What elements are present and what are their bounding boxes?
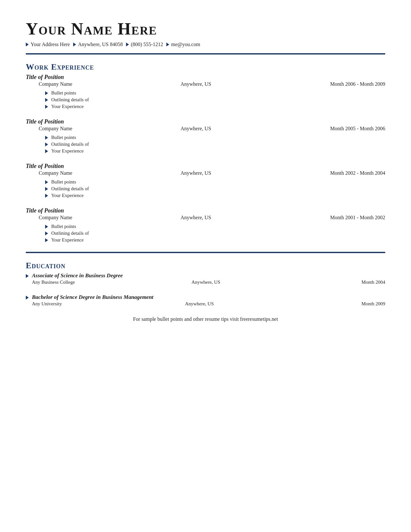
job-entry-2: Title of Position Company Name Anywhere,…: [26, 118, 385, 154]
job-dates-2: Month 2005 - Month 2006: [295, 126, 385, 132]
phone: (800) 555-1212: [131, 42, 163, 47]
job-details-row-4: Company Name Anywhere, US Month 2001 - M…: [26, 215, 385, 221]
bullet-arrow-icon: [45, 194, 48, 198]
bullet-item: Your Experience: [45, 148, 385, 154]
bullet-item: Outlining details of: [45, 142, 385, 147]
job-location-2: Anywhere, US: [97, 126, 295, 132]
job-bullets-1: Bullet points Outlining details of Your …: [26, 90, 385, 109]
bullet-arrow-icon: [45, 232, 48, 235]
city-state: Anywhere, US 84058: [78, 42, 123, 47]
edu-degree-1: Associate of Science in Business Degree: [32, 272, 123, 279]
bullet-arrow-icon: [45, 149, 48, 153]
job-dates-3: Month 2002 - Month 2004: [295, 170, 385, 176]
edu-bullet-arrow-1: [26, 274, 29, 278]
bullet-item: Your Experience: [45, 237, 385, 243]
work-divider-top: [26, 53, 385, 54]
job-location-1: Anywhere, US: [97, 81, 295, 87]
resume-header: Your Name Here Your Address Here Anywher…: [26, 19, 385, 47]
work-experience-header: Work Experience: [26, 53, 385, 72]
job-dates-1: Month 2006 - Month 2009: [295, 81, 385, 87]
education-title: Education: [26, 261, 385, 271]
edu-loc-1: Anywhere, US: [75, 280, 337, 285]
bullet-item: Bullet points: [45, 90, 385, 96]
bullet-item: Outlining details of: [45, 231, 385, 236]
address: Your Address Here: [31, 42, 70, 47]
contact-row: Your Address Here Anywhere, US 84058 (80…: [26, 42, 385, 47]
edu-divider-top: [26, 252, 385, 253]
edu-entry-2: Bachelor of Science Degree in Business M…: [26, 294, 385, 307]
arrow-icon-4: [166, 43, 169, 46]
bullet-arrow-icon: [45, 105, 48, 109]
bullet-arrow-icon: [45, 180, 48, 184]
job-company-3: Company Name: [26, 170, 97, 176]
edu-school-2: Any University: [32, 301, 62, 307]
edu-date-2: Month 2009: [337, 301, 385, 307]
bullet-arrow-icon: [45, 238, 48, 242]
bullet-item: Your Experience: [45, 104, 385, 109]
job-company-2: Company Name: [26, 126, 97, 132]
footer-note: For sample bullet points and other resum…: [26, 316, 385, 322]
work-experience-title: Work Experience: [26, 62, 385, 72]
job-bullets-4: Bullet points Outlining details of Your …: [26, 224, 385, 243]
arrow-icon-3: [126, 43, 129, 46]
edu-degree-2: Bachelor of Science Degree in Business M…: [32, 294, 153, 300]
edu-loc-2: Anywhere, US: [62, 301, 337, 307]
education-section: Education Associate of Science in Busine…: [26, 252, 385, 307]
edu-entry-1: Associate of Science in Business Degree …: [26, 272, 385, 285]
job-location-3: Anywhere, US: [97, 170, 295, 176]
bullet-item: Bullet points: [45, 224, 385, 229]
bullet-item: Bullet points: [45, 135, 385, 140]
work-experience-section: Work Experience Title of Position Compan…: [26, 53, 385, 243]
job-bullets-2: Bullet points Outlining details of Your …: [26, 135, 385, 154]
job-company-1: Company Name: [26, 81, 97, 87]
job-company-4: Company Name: [26, 215, 97, 221]
bullet-arrow-icon: [45, 98, 48, 102]
job-bullets-3: Bullet points Outlining details of Your …: [26, 179, 385, 198]
job-title-4: Title of Position: [26, 207, 385, 214]
arrow-icon-1: [26, 43, 29, 46]
bullet-arrow-icon: [45, 225, 48, 229]
job-details-row-2: Company Name Anywhere, US Month 2005 - M…: [26, 126, 385, 132]
job-entry-1: Title of Position Company Name Anywhere,…: [26, 74, 385, 109]
job-title-1: Title of Position: [26, 74, 385, 81]
job-dates-4: Month 2001 - Month 2002: [295, 215, 385, 221]
edu-school-1: Any Business College: [32, 280, 75, 285]
job-entry-4: Title of Position Company Name Anywhere,…: [26, 207, 385, 243]
bullet-item: Your Experience: [45, 193, 385, 198]
bullet-arrow-icon: [45, 143, 48, 146]
arrow-icon-2: [73, 43, 76, 46]
education-header: Education: [26, 252, 385, 271]
bullet-arrow-icon: [45, 136, 48, 140]
email: me@you.com: [171, 42, 200, 47]
job-location-4: Anywhere, US: [97, 215, 295, 221]
job-entry-3: Title of Position Company Name Anywhere,…: [26, 163, 385, 198]
job-details-row-1: Company Name Anywhere, US Month 2006 - M…: [26, 81, 385, 87]
edu-date-1: Month 2004: [337, 280, 385, 285]
bullet-item: Outlining details of: [45, 186, 385, 192]
candidate-name: Your Name Here: [26, 19, 385, 38]
job-details-row-3: Company Name Anywhere, US Month 2002 - M…: [26, 170, 385, 176]
bullet-arrow-icon: [45, 91, 48, 95]
edu-bullet-arrow-2: [26, 296, 29, 300]
job-title-3: Title of Position: [26, 163, 385, 170]
bullet-item: Bullet points: [45, 179, 385, 185]
job-title-2: Title of Position: [26, 118, 385, 125]
bullet-item: Outlining details of: [45, 97, 385, 103]
bullet-arrow-icon: [45, 187, 48, 191]
